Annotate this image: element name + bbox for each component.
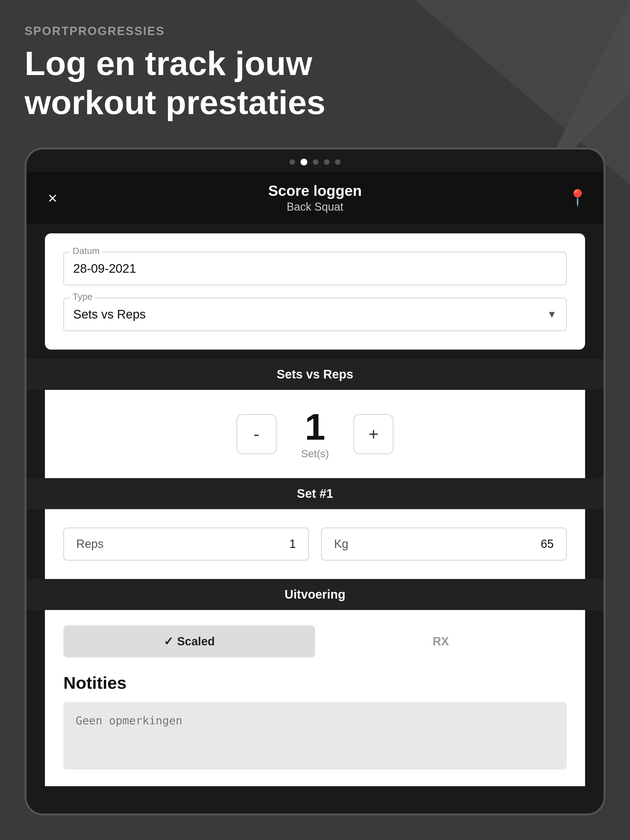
minus-icon: - [253, 424, 259, 444]
app-subtitle: SPORTPROGRESSIES [25, 25, 326, 38]
reps-kg-card: Reps 1 Kg 65 [45, 509, 585, 579]
uitvoering-title: Uitvoering [45, 587, 585, 602]
sets-label: Set(s) [301, 448, 329, 459]
dropdown-arrow-icon: ▼ [547, 309, 557, 320]
scaled-button[interactable]: ✓Scaled [63, 625, 315, 657]
rx-label: RX [433, 635, 449, 648]
reps-kg-row: Reps 1 Kg 65 [63, 527, 567, 561]
date-field[interactable]: Datum 28-09-2021 [63, 252, 567, 285]
close-button[interactable]: × [42, 187, 63, 209]
decrement-sets-button[interactable]: - [237, 414, 277, 454]
dot-1[interactable] [290, 159, 295, 165]
set-number-bar: Set #1 [27, 478, 603, 509]
close-icon: × [48, 190, 57, 206]
modal-content: × Score loggen Back Squat 📍 Datum 28-09-… [27, 172, 603, 813]
type-field[interactable]: Type Sets vs Reps ▼ [63, 298, 567, 331]
kg-label: Kg [334, 537, 348, 551]
uitvoering-toggle-row: ✓Scaled RX [63, 625, 567, 657]
dot-2[interactable] [301, 159, 307, 166]
check-icon: ✓ [164, 635, 174, 648]
notities-heading: Notities [63, 673, 567, 693]
device-frame: × Score loggen Back Squat 📍 Datum 28-09-… [25, 148, 605, 815]
date-label: Datum [70, 246, 102, 256]
reps-input-box[interactable]: Reps 1 [63, 527, 309, 561]
reps-value: 1 [290, 537, 296, 551]
set-number-title: Set #1 [45, 487, 585, 501]
uitvoering-bar: Uitvoering [27, 579, 603, 610]
modal-subtitle: Back Squat [268, 201, 362, 213]
kg-value: 65 [541, 537, 554, 551]
sets-vs-reps-title: Sets vs Reps [45, 368, 585, 381]
title-line1: Log en track jouw [25, 44, 312, 82]
modal-header-center: Score loggen Back Squat [268, 182, 362, 213]
counter-row: - 1 Set(s) + [63, 408, 567, 459]
date-type-card: Datum 28-09-2021 Type Sets vs Reps ▼ [45, 234, 585, 350]
scaled-label: Scaled [177, 635, 215, 648]
uitvoering-card: ✓Scaled RX Notities [45, 610, 585, 786]
dot-3[interactable] [313, 159, 318, 165]
sets-counter-display: 1 Set(s) [301, 408, 329, 459]
sets-count: 1 [301, 408, 329, 445]
pagination-dots [27, 149, 603, 172]
notities-textarea[interactable] [63, 702, 567, 770]
dot-5[interactable] [335, 159, 340, 165]
date-value: 28-09-2021 [73, 259, 557, 279]
sets-vs-reps-bar: Sets vs Reps [27, 359, 603, 390]
sets-counter-card: - 1 Set(s) + [45, 390, 585, 478]
plus-icon: + [369, 424, 379, 444]
dot-4[interactable] [324, 159, 329, 165]
app-title: Log en track jouw workout prestaties [25, 44, 326, 122]
title-line2: workout prestaties [25, 83, 326, 121]
kg-input-box[interactable]: Kg 65 [321, 527, 567, 561]
type-value: Sets vs Reps [73, 305, 146, 324]
location-icon: 📍 [568, 188, 587, 207]
modal-header: × Score loggen Back Squat 📍 [27, 172, 603, 224]
reps-label: Reps [76, 537, 104, 551]
location-button[interactable]: 📍 [567, 187, 588, 209]
rx-button[interactable]: RX [315, 625, 567, 657]
increment-sets-button[interactable]: + [353, 414, 393, 454]
type-label: Type [70, 292, 95, 302]
modal-title: Score loggen [268, 182, 362, 199]
